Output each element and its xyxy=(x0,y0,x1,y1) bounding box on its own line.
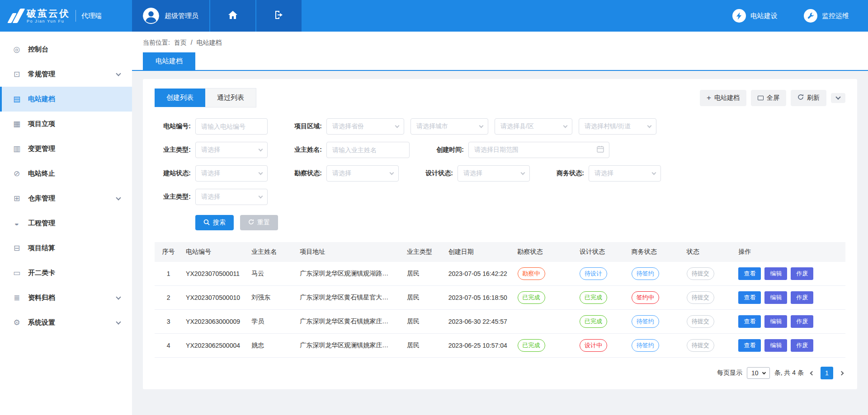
cell-design-status: 设计中 xyxy=(576,334,628,358)
view-button[interactable]: 查看 xyxy=(738,267,761,280)
nav-station-construction[interactable]: 电站建设 xyxy=(732,9,778,23)
chevron-down-icon xyxy=(652,171,656,175)
warehouse-icon: ⊞ xyxy=(12,194,22,203)
total-count-label: 条, 共 4 条 xyxy=(774,369,804,377)
tab-create-list[interactable]: 创建列表 xyxy=(155,89,205,107)
owner-type-2-placeholder: 请选择 xyxy=(201,193,220,201)
survey-status-select[interactable]: 请选择 xyxy=(326,165,399,182)
chevron-down-icon xyxy=(395,124,400,128)
create-station-button[interactable]: + 电站建档 xyxy=(700,90,746,106)
logout-button[interactable] xyxy=(256,0,302,32)
sidebar-item-station-termination[interactable]: ⊘电站终止 xyxy=(0,161,132,186)
edit-button[interactable]: 编辑 xyxy=(764,291,787,304)
user-menu[interactable]: 超级管理员 xyxy=(132,0,209,32)
table-row: 2YX2023070500010刘强东广东深圳龙华区黄石镇星官大…居民2023-… xyxy=(155,286,845,310)
town-select[interactable]: 请选择村镇/街道 xyxy=(579,118,656,135)
fullscreen-button[interactable]: 全屏 xyxy=(751,90,786,106)
logo-text: 破茧云伏 Po Jian Yun Fu xyxy=(27,8,70,23)
cell-survey-status: 已完成 xyxy=(514,334,576,358)
county-select[interactable]: 请选择县/区 xyxy=(495,118,572,135)
reset-label: 重置 xyxy=(257,219,270,227)
refresh-icon xyxy=(797,94,804,102)
edit-button[interactable]: 编辑 xyxy=(764,267,787,280)
owner-type-select[interactable]: 请选择 xyxy=(195,142,268,158)
user-name: 超级管理员 xyxy=(165,12,198,20)
filter-row: 业主类型: 请选择 业主姓名: 创建时间: 请选择日期范围 xyxy=(155,142,845,158)
gear-icon: ⚙ xyxy=(12,318,22,327)
sidebar-item-engineering-management[interactable]: ◒工程管理 xyxy=(0,211,132,236)
station-no-input[interactable] xyxy=(195,118,268,135)
sidebar-item-system-settings[interactable]: ⚙系统设置 xyxy=(0,310,132,335)
prev-page-button[interactable] xyxy=(808,372,816,375)
filter-owner-name: 业主姓名: xyxy=(286,142,410,158)
sidebar-item-label: 项目立项 xyxy=(28,120,55,128)
sidebar-item-data-archive[interactable]: ≣资料归档 xyxy=(0,285,132,310)
per-page-select[interactable]: 10 xyxy=(747,367,770,379)
cell-owner-type: 居民 xyxy=(403,334,445,358)
sidebar-item-warehouse-management[interactable]: ⊞仓库管理 xyxy=(0,186,132,211)
tab-passed-list[interactable]: 通过列表 xyxy=(205,88,256,107)
void-button[interactable]: 作废 xyxy=(791,291,813,304)
collapse-filters-button[interactable] xyxy=(831,93,845,103)
filter-owner-type-2: 业主类型: 请选择 xyxy=(155,189,268,205)
filter-row: 建站状态: 请选择 勘察状态: 请选择 设计 xyxy=(155,165,845,182)
search-button[interactable]: 搜索 xyxy=(195,215,234,230)
page-tab-station-archive[interactable]: 电站建档 xyxy=(143,52,195,70)
brand-title: 破茧云伏 xyxy=(27,8,70,19)
view-button[interactable]: 查看 xyxy=(738,315,761,328)
build-status-select[interactable]: 请选择 xyxy=(195,165,268,182)
owner-name-input[interactable] xyxy=(326,142,410,158)
cell-created: 2023-06-25 10:57:04 xyxy=(445,334,514,358)
design-status-select[interactable]: 请选择 xyxy=(458,165,530,182)
sidebar-item-second-class-card[interactable]: ▭开二类卡 xyxy=(0,261,132,285)
sidebar-item-station-archive[interactable]: ▤电站建档 xyxy=(0,87,132,112)
home-button[interactable] xyxy=(210,0,255,32)
sidebar-item-change-management[interactable]: ▥变更管理 xyxy=(0,136,132,161)
app-root: 破茧云伏 Po Jian Yun Fu 代理端 超级管理员 xyxy=(0,0,868,415)
filter-form: 电站编号: 项目区域: 请选择省份 请选择城市 xyxy=(155,118,845,205)
sidebar-item-label: 仓库管理 xyxy=(28,194,55,203)
city-select[interactable]: 请选择城市 xyxy=(410,118,488,135)
province-select[interactable]: 请选择省份 xyxy=(326,118,404,135)
edit-button[interactable]: 编辑 xyxy=(764,315,787,328)
per-page-label: 每页显示 xyxy=(717,369,742,377)
owner-type-2-label: 业主类型: xyxy=(155,193,191,201)
sidebar-item-general-management[interactable]: ⊡常规管理 xyxy=(0,62,132,87)
sidebar-item-console[interactable]: ◎控制台 xyxy=(0,37,132,62)
filter-business-status: 商务状态: 请选择 xyxy=(548,165,661,182)
view-button[interactable]: 查看 xyxy=(738,339,761,352)
void-button[interactable]: 作废 xyxy=(791,267,813,280)
cell-owner-name: 姚忠 xyxy=(248,334,296,358)
page-1-button[interactable]: 1 xyxy=(821,367,833,379)
cell-business-status: 待签约 xyxy=(628,262,683,286)
breadcrumb-home[interactable]: 首页 xyxy=(174,39,187,46)
avatar xyxy=(143,8,159,24)
sidebar-item-project-settlement[interactable]: ⊟项目结算 xyxy=(0,236,132,261)
edit-button[interactable]: 编辑 xyxy=(764,339,787,352)
business-status-select[interactable]: 请选择 xyxy=(589,165,661,182)
cell-actions: 查看编辑作废 xyxy=(735,262,845,286)
cell-actions: 查看编辑作废 xyxy=(735,286,845,310)
void-button[interactable]: 作废 xyxy=(791,339,813,352)
status-badge: 待签约 xyxy=(632,267,659,280)
create-time-input[interactable]: 请选择日期范围 xyxy=(468,142,609,158)
filter-region: 项目区域: 请选择省份 请选择城市 请选择县/区 xyxy=(286,118,656,135)
view-button[interactable]: 查看 xyxy=(738,291,761,304)
cell-survey-status: 已完成 xyxy=(514,286,576,310)
reset-button[interactable]: 重置 xyxy=(240,215,278,230)
cell-owner-type: 居民 xyxy=(403,286,445,310)
nav-monitoring-ops[interactable]: 监控运维 xyxy=(804,9,849,23)
chevron-down-icon xyxy=(116,71,121,76)
void-button[interactable]: 作废 xyxy=(791,315,813,328)
next-page-button[interactable] xyxy=(838,372,845,375)
design-status-label: 设计状态: xyxy=(417,169,453,177)
sidebar-item-project-initiation[interactable]: ▦项目立项 xyxy=(0,112,132,136)
cell-address: 广东深圳龙华区观澜镇观湖路… xyxy=(296,262,403,286)
helmet-icon: ◒ xyxy=(12,219,22,228)
town-placeholder: 请选择村镇/街道 xyxy=(585,122,631,131)
refresh-button[interactable]: 刷新 xyxy=(791,90,826,106)
status-badge: 待提交 xyxy=(687,339,714,352)
filter-create-time: 创建时间: 请选择日期范围 xyxy=(428,142,609,158)
owner-type-2-select[interactable]: 请选择 xyxy=(195,189,268,205)
cell-survey-status: 勘察中 xyxy=(514,262,576,286)
